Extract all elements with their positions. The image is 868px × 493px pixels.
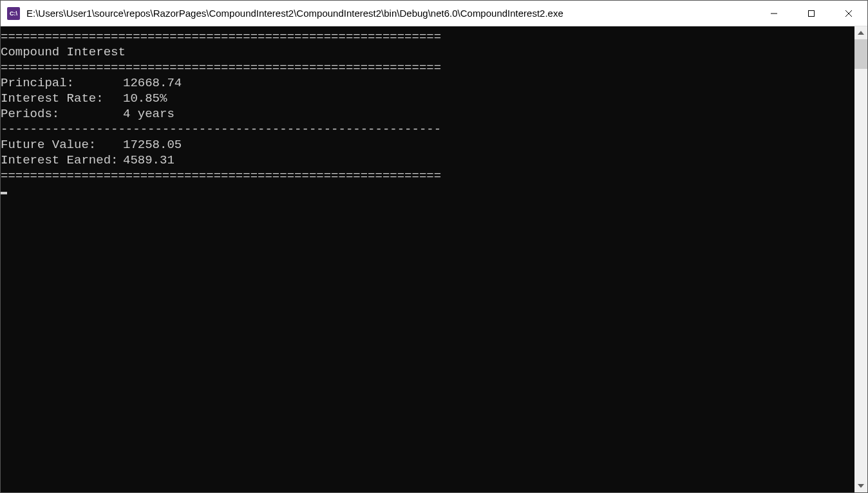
close-icon	[845, 10, 853, 17]
app-icon: C:\	[7, 7, 20, 20]
earned-value: 4589.31	[123, 153, 175, 168]
divider-line: ========================================…	[1, 30, 441, 44]
close-button[interactable]	[830, 1, 867, 26]
divider-line: ========================================…	[1, 169, 441, 183]
periods-value: 4 years	[123, 106, 175, 122]
svg-rect-1	[809, 10, 815, 16]
divider-line: ----------------------------------------…	[1, 122, 441, 136]
maximize-button[interactable]	[793, 1, 830, 26]
scroll-thumb[interactable]	[854, 39, 867, 69]
rate-value: 10.85%	[123, 91, 167, 106]
maximize-icon	[807, 10, 815, 17]
console-area: ========================================…	[1, 26, 867, 492]
principal-label: Principal:	[1, 75, 123, 91]
scroll-up-arrow-icon[interactable]	[854, 26, 867, 39]
scroll-track[interactable]	[854, 39, 867, 479]
future-label: Future Value:	[1, 137, 123, 153]
rate-label: Interest Rate:	[1, 91, 123, 106]
console-output[interactable]: ========================================…	[1, 26, 854, 492]
earned-label: Interest Earned:	[1, 153, 123, 168]
minimize-icon	[770, 10, 778, 17]
cursor	[1, 192, 7, 194]
future-value: 17258.05	[123, 137, 182, 153]
window-title: E:\Users\User1\source\repos\RazorPages\C…	[26, 8, 755, 19]
vertical-scrollbar[interactable]	[854, 26, 867, 492]
titlebar[interactable]: C:\ E:\Users\User1\source\repos\RazorPag…	[1, 1, 867, 26]
divider-line: ========================================…	[1, 60, 441, 75]
periods-label: Periods:	[1, 106, 123, 122]
minimize-button[interactable]	[755, 1, 793, 26]
window-controls	[755, 1, 867, 26]
scroll-down-arrow-icon[interactable]	[854, 479, 867, 492]
console-window: C:\ E:\Users\User1\source\repos\RazorPag…	[0, 0, 868, 493]
principal-value: 12668.74	[123, 75, 182, 91]
heading-text: Compound Interest	[1, 45, 126, 59]
